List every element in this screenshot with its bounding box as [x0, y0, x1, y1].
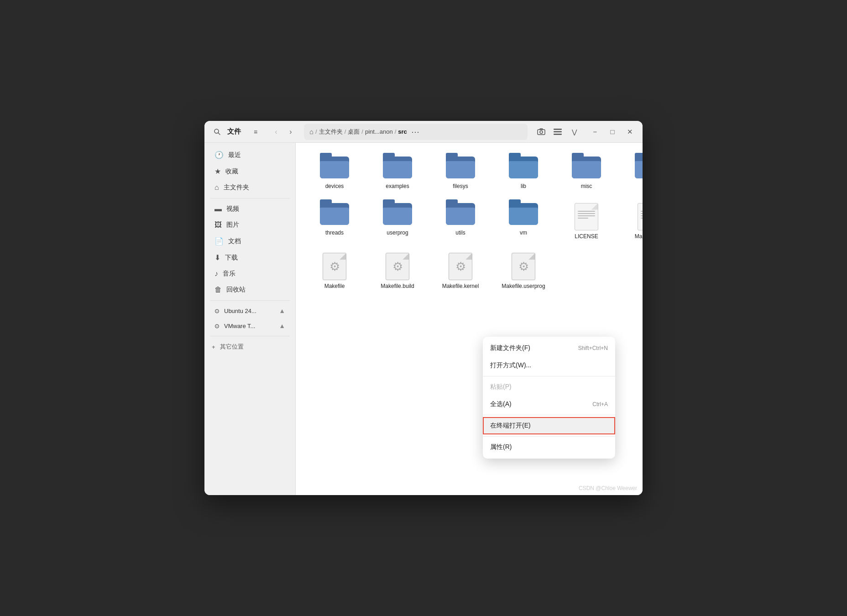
- list-item[interactable]: userprog: [368, 198, 427, 245]
- file-label: devices: [325, 183, 344, 190]
- back-button[interactable]: ‹: [269, 125, 283, 139]
- document-icon: [638, 203, 643, 230]
- file-label: Make.config: [635, 233, 643, 240]
- sidebar-item-music[interactable]: ♪ 音乐: [207, 266, 293, 282]
- list-item[interactable]: filesys: [431, 152, 490, 195]
- folder-icon: [383, 203, 412, 227]
- list-item[interactable]: ⚙ Makefile.build: [368, 248, 427, 295]
- ctx-divider-1: [483, 376, 615, 376]
- maximize-button[interactable]: □: [605, 125, 620, 139]
- sidebar-item-downloads-label: 下载: [225, 254, 238, 262]
- ctx-select-all[interactable]: 全选(A) Ctrl+A: [483, 396, 615, 413]
- documents-icon: 📄: [214, 237, 224, 245]
- sidebar-item-videos[interactable]: ▬ 视频: [207, 201, 293, 217]
- list-item[interactable]: lib: [494, 152, 553, 195]
- content-area: devices examples fil: [296, 143, 643, 495]
- sidebar-item-trash[interactable]: 🗑 回收站: [207, 282, 293, 298]
- sidebar: 🕐 最近 ★ 收藏 ⌂ 主文件夹 ▬ 视频 🖼 图片 📄 文档: [204, 143, 296, 495]
- ctx-paste-label: 粘贴(P): [490, 383, 512, 391]
- downloads-icon: ⬇: [214, 253, 220, 262]
- ctx-open-with-label: 打开方式(W)...: [490, 361, 531, 370]
- list-item[interactable]: tests: [620, 152, 643, 195]
- ctx-open-terminal[interactable]: 在终端打开(E): [483, 417, 615, 434]
- vmware-eject-icon[interactable]: ▲: [279, 322, 285, 329]
- list-item[interactable]: Make.config: [620, 198, 643, 245]
- sidebar-item-recent[interactable]: 🕐 最近: [207, 147, 293, 163]
- sort-button[interactable]: ⋁: [567, 125, 581, 139]
- menu-button[interactable]: ≡: [248, 125, 263, 139]
- breadcrumb-more-button[interactable]: ⋯: [409, 125, 422, 138]
- sidebar-item-home[interactable]: ⌂ 主文件夹: [207, 180, 293, 195]
- ctx-open-with[interactable]: 打开方式(W)...: [483, 357, 615, 374]
- breadcrumb-pintos[interactable]: pint...anon: [365, 128, 393, 135]
- folder-icon: [320, 203, 349, 227]
- folder-icon: [572, 157, 601, 180]
- ctx-paste[interactable]: 粘贴(P): [483, 378, 615, 396]
- list-item[interactable]: vm: [494, 198, 553, 245]
- file-label: Makefile: [324, 283, 345, 290]
- ubuntu-icon: ⊙: [214, 308, 220, 314]
- music-icon: ♪: [214, 270, 218, 278]
- add-icon: +: [212, 344, 215, 350]
- file-label: Makefile.build: [381, 283, 414, 290]
- app-title: 文件: [227, 127, 241, 136]
- minimize-button[interactable]: −: [588, 125, 602, 139]
- list-item[interactable]: utils: [431, 198, 490, 245]
- vmware-icon: ⊙: [214, 323, 220, 329]
- home-folder-icon: ⌂: [214, 183, 219, 192]
- makefile-icon: ⚙: [449, 253, 472, 280]
- sidebar-item-music-label: 音乐: [223, 270, 235, 278]
- file-label: examples: [386, 183, 409, 190]
- list-item[interactable]: ⚙ Makefile: [305, 248, 364, 295]
- list-item[interactable]: misc: [557, 152, 616, 195]
- breadcrumb-desktop[interactable]: 桌面: [348, 128, 360, 136]
- ctx-properties[interactable]: 属性(R): [483, 439, 615, 456]
- search-button[interactable]: [210, 125, 225, 139]
- ctx-new-folder[interactable]: 新建文件夹(F) Shift+Ctrl+N: [483, 339, 615, 357]
- sidebar-item-documents-label: 文档: [228, 237, 241, 245]
- list-item[interactable]: devices: [305, 152, 364, 195]
- list-item[interactable]: LICENSE: [557, 198, 616, 245]
- sidebar-item-images[interactable]: 🖼 图片: [207, 217, 293, 233]
- sidebar-item-home-label: 主文件夹: [224, 183, 249, 192]
- makefile-icon: ⚙: [386, 253, 409, 280]
- list-item[interactable]: examples: [368, 152, 427, 195]
- sidebar-item-videos-label: 视频: [226, 205, 239, 213]
- sidebar-item-favorites[interactable]: ★ 收藏: [207, 163, 293, 179]
- forward-button[interactable]: ›: [284, 125, 298, 139]
- trash-icon: 🗑: [214, 286, 222, 294]
- sidebar-item-downloads[interactable]: ⬇ 下载: [207, 250, 293, 266]
- sidebar-item-trash-label: 回收站: [226, 286, 246, 294]
- sidebar-device-vmware-label: VMware T...: [224, 323, 255, 329]
- folder-icon: [320, 157, 349, 180]
- breadcrumb: ⌂ / 主文件夹 / 桌面 / pint...anon / src ⋯: [304, 124, 528, 140]
- sidebar-device-vmware[interactable]: ⊙ VMware T... ▲: [207, 318, 293, 333]
- breadcrumb-home[interactable]: 主文件夹: [319, 128, 343, 136]
- recent-icon: 🕐: [214, 151, 224, 159]
- view-toggle-button[interactable]: [550, 125, 565, 139]
- list-item[interactable]: ⚙ Makefile.kernel: [431, 248, 490, 295]
- folder-icon: [509, 157, 538, 180]
- ctx-new-folder-shortcut: Shift+Ctrl+N: [578, 345, 608, 351]
- files-grid: devices examples fil: [305, 152, 633, 295]
- document-icon: [575, 203, 598, 230]
- folder-icon: [383, 157, 412, 180]
- sidebar-divider-2: [210, 300, 290, 301]
- svg-rect-7: [554, 134, 562, 135]
- breadcrumb-current[interactable]: src: [398, 128, 407, 135]
- sidebar-add-location[interactable]: + 其它位置: [204, 339, 295, 355]
- close-button[interactable]: ✕: [622, 125, 637, 139]
- sidebar-item-documents[interactable]: 📄 文档: [207, 233, 293, 249]
- list-item[interactable]: ⚙ Makefile.userprog: [494, 248, 553, 295]
- file-label: misc: [581, 183, 592, 190]
- sidebar-divider-3: [210, 336, 290, 336]
- sidebar-add-label: 其它位置: [220, 343, 244, 351]
- nav-buttons: ‹ ›: [269, 125, 298, 139]
- svg-line-1: [218, 133, 220, 135]
- svg-rect-4: [540, 129, 543, 130]
- sidebar-device-ubuntu[interactable]: ⊙ Ubuntu 24... ▲: [207, 303, 293, 318]
- list-item[interactable]: threads: [305, 198, 364, 245]
- ubuntu-eject-icon[interactable]: ▲: [279, 307, 285, 314]
- svg-rect-2: [538, 130, 545, 135]
- camera-button[interactable]: [534, 125, 549, 139]
